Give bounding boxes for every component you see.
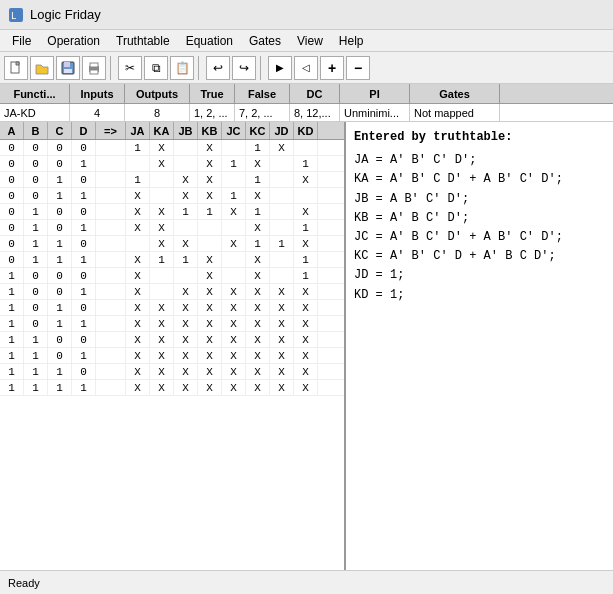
table-cell: X <box>174 348 198 363</box>
table-row[interactable]: 0001XX1X1 <box>0 156 344 172</box>
table-cell: 1 <box>48 380 72 395</box>
cell-arrow <box>96 300 126 315</box>
table-cell: X <box>246 188 270 203</box>
table-cell: 0 <box>48 220 72 235</box>
table-row[interactable]: 0011XXX1X <box>0 188 344 204</box>
table-cell: X <box>246 300 270 315</box>
table-row[interactable]: 1101XXXXXXXX <box>0 348 344 364</box>
equation-line: JC = A' B C' D' + A B' C' D'; <box>354 228 605 247</box>
input-button[interactable]: ▶ <box>268 56 292 80</box>
table-cell: X <box>198 284 222 299</box>
table-cell: X <box>222 348 246 363</box>
redo-button[interactable]: ↪ <box>232 56 256 80</box>
copy-button[interactable]: ⧉ <box>144 56 168 80</box>
table-cell: X <box>126 300 150 315</box>
table-cell: X <box>150 316 174 331</box>
cell-arrow <box>96 156 126 171</box>
table-cell: X <box>126 380 150 395</box>
toolbar-separator-1 <box>110 56 114 80</box>
menu-item-truthtable[interactable]: Truthtable <box>108 32 178 50</box>
table-cell: 0 <box>24 316 48 331</box>
table-cell: 0 <box>48 140 72 155</box>
col-c: C <box>48 122 72 139</box>
table-row[interactable]: 00001XX1X <box>0 140 344 156</box>
app-title: Logic Friday <box>30 7 101 22</box>
table-cell: X <box>294 236 318 251</box>
menu-item-file[interactable]: File <box>4 32 39 50</box>
save-button[interactable] <box>56 56 80 80</box>
col-false: False <box>235 84 290 103</box>
output-button[interactable]: ◁ <box>294 56 318 80</box>
menu-item-equation[interactable]: Equation <box>178 32 241 50</box>
col-kc: KC <box>246 122 270 139</box>
table-row[interactable]: 0111X11XX1 <box>0 252 344 268</box>
col-dc: DC <box>290 84 340 103</box>
new-button[interactable] <box>4 56 28 80</box>
table-row[interactable]: 1000XXX1 <box>0 268 344 284</box>
table-cell: 1 <box>24 348 48 363</box>
table-row[interactable]: 0101XXX1 <box>0 220 344 236</box>
table-cell: X <box>222 204 246 219</box>
table-row[interactable]: 1110XXXXXXXX <box>0 364 344 380</box>
menu-item-gates[interactable]: Gates <box>241 32 289 50</box>
table-row[interactable]: 1111XXXXXXXX <box>0 380 344 396</box>
table-cell: X <box>126 316 150 331</box>
table-cell: X <box>246 332 270 347</box>
table-cell: X <box>126 332 150 347</box>
table-cell: 0 <box>48 268 72 283</box>
title-bar: L Logic Friday <box>0 0 613 30</box>
equation-line: KD = 1; <box>354 286 605 305</box>
paste-button[interactable]: 📋 <box>170 56 194 80</box>
table-cell: 0 <box>24 188 48 203</box>
table-cell <box>294 188 318 203</box>
table-cell: 0 <box>24 140 48 155</box>
cut-button[interactable]: ✂ <box>118 56 142 80</box>
cell-arrow <box>96 252 126 267</box>
table-cell: 1 <box>294 252 318 267</box>
open-button[interactable] <box>30 56 54 80</box>
table-cell: 1 <box>48 316 72 331</box>
table-row[interactable]: 1010XXXXXXXX <box>0 300 344 316</box>
table-cell: 0 <box>0 188 24 203</box>
undo-button[interactable]: ↩ <box>206 56 230 80</box>
table-cell <box>222 140 246 155</box>
menu-bar: FileOperationTruthtableEquationGatesView… <box>0 30 613 52</box>
cell-arrow <box>96 172 126 187</box>
table-cell: 1 <box>0 364 24 379</box>
table-cell: X <box>174 332 198 347</box>
table-cell: X <box>294 204 318 219</box>
table-cell: X <box>222 300 246 315</box>
table-cell: 0 <box>0 252 24 267</box>
equation-line: JA = A' B' C' D'; <box>354 151 605 170</box>
table-cell: X <box>246 364 270 379</box>
table-cell: X <box>246 252 270 267</box>
table-cell: 1 <box>174 204 198 219</box>
table-cell: X <box>294 300 318 315</box>
table-row[interactable]: 1011XXXXXXXX <box>0 316 344 332</box>
table-row[interactable]: 00101XX1X <box>0 172 344 188</box>
menu-item-help[interactable]: Help <box>331 32 372 50</box>
table-row[interactable]: 1001XXXXXXX <box>0 284 344 300</box>
table-cell: 1 <box>246 172 270 187</box>
remove-button[interactable]: − <box>346 56 370 80</box>
cell-arrow <box>96 188 126 203</box>
table-cell: 0 <box>0 156 24 171</box>
cell-arrow <box>96 364 126 379</box>
col-b: B <box>24 122 48 139</box>
add-button[interactable]: + <box>320 56 344 80</box>
table-cell: X <box>126 252 150 267</box>
table-cell <box>198 236 222 251</box>
table-row[interactable]: 1100XXXXXXXX <box>0 332 344 348</box>
menu-item-operation[interactable]: Operation <box>39 32 108 50</box>
table-cell: X <box>198 252 222 267</box>
table-row[interactable]: 0100XX11X1X <box>0 204 344 220</box>
table-cell: 1 <box>48 172 72 187</box>
table-row[interactable]: 0110XXX11X <box>0 236 344 252</box>
print-button[interactable] <box>82 56 106 80</box>
table-cell: 1 <box>24 220 48 235</box>
table-cell: 1 <box>222 188 246 203</box>
menu-item-view[interactable]: View <box>289 32 331 50</box>
table-cell: 1 <box>24 204 48 219</box>
table-cell: X <box>246 316 270 331</box>
table-cell: X <box>270 380 294 395</box>
